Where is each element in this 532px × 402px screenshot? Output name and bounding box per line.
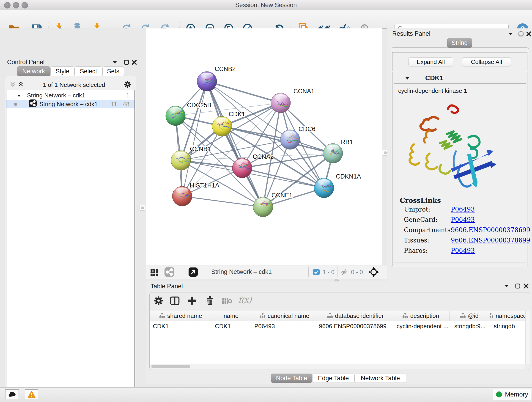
node-HIST1H1A[interactable] xyxy=(172,186,197,206)
column-header-label: database identifier xyxy=(335,313,384,319)
table-cell[interactable]: CDK1 xyxy=(212,321,250,331)
control-panel-menu-icon[interactable] xyxy=(112,61,117,65)
warnings-button[interactable] xyxy=(25,389,38,399)
crosslink-value-link[interactable]: 9606.ENSP00000378699 xyxy=(451,237,530,244)
table-horizontal-scrollbar-thumb[interactable] xyxy=(151,365,190,368)
grid-view-icon[interactable] xyxy=(150,268,159,277)
main-toolbar: ? xyxy=(0,10,532,29)
node-CCNB1[interactable] xyxy=(171,151,194,170)
control-panel-float-icon[interactable] xyxy=(124,60,129,66)
tab-sets[interactable]: Sets xyxy=(102,66,124,76)
network-collection-row[interactable]: String Network – cdk1 1 xyxy=(6,91,134,100)
edge-CCNB2-HIST1H1A[interactable] xyxy=(182,81,207,196)
network-column-icon xyxy=(260,313,265,319)
table-panel-float-icon[interactable] xyxy=(515,283,520,290)
left-splitter-handle[interactable] xyxy=(139,205,145,211)
selected-counts: 1 - 0 xyxy=(323,269,335,276)
collection-expand-icon[interactable] xyxy=(17,92,21,99)
tab-select[interactable]: Select xyxy=(75,66,102,76)
node-label-CCNA1: CCNA1 xyxy=(293,88,315,95)
column-header-database-identifier[interactable]: database identifier xyxy=(319,311,392,321)
node-CCNB2[interactable] xyxy=(197,71,219,91)
network-row-selected[interactable]: String Network – cdk1 11 48 xyxy=(6,100,134,108)
edge-HIST1H1A-CCNE1[interactable] xyxy=(182,196,263,207)
crosslink-value-link[interactable]: P06493 xyxy=(451,216,475,223)
delete-column-trash-icon[interactable] xyxy=(205,296,215,307)
tab-network-table[interactable]: Network Table xyxy=(355,374,406,383)
cdk1-section-collapse-icon[interactable] xyxy=(405,77,410,81)
table-row[interactable]: CDK1CDK1P064939606.ENSP00000378699cyclin… xyxy=(150,321,525,331)
application-window: Session: New Session xyxy=(0,0,532,402)
column-header-namespace[interactable]: namespace xyxy=(489,311,525,321)
show-columns-icon[interactable] xyxy=(170,296,180,306)
network-column-icon xyxy=(460,313,466,319)
collapse-all-icon[interactable] xyxy=(9,81,16,89)
table-cell[interactable]: stringdb:9... xyxy=(450,321,489,331)
column-header-name[interactable]: name xyxy=(212,311,250,321)
expand-all-button[interactable]: Expand All xyxy=(408,57,453,66)
crosslink-value-link[interactable]: P06493 xyxy=(451,206,475,213)
table-cell[interactable]: 9606.ENSP00000378699 xyxy=(319,321,392,331)
memory-button[interactable]: Memory xyxy=(493,389,531,400)
memory-status-icon xyxy=(496,391,502,398)
birdseye-view-icon[interactable] xyxy=(368,267,379,278)
results-panel-float-icon[interactable] xyxy=(518,31,524,38)
column-header-shared-name[interactable]: shared name xyxy=(150,311,212,321)
crosslink-value-link[interactable]: P06493 xyxy=(451,247,475,254)
table-vertical-scrollbar[interactable] xyxy=(525,311,530,364)
node-CDKN1A[interactable] xyxy=(314,178,335,198)
netbar-separator xyxy=(204,267,204,277)
hidden-counts: 0 - 0 xyxy=(351,269,363,276)
node-label-CDK1: CDK1 xyxy=(229,111,245,118)
table-horizontal-scrollbar[interactable] xyxy=(150,364,525,369)
netbar-separator xyxy=(366,267,366,277)
tab-network[interactable]: Network xyxy=(17,66,51,76)
tab-style[interactable]: Style xyxy=(51,66,75,76)
network-overview-icon[interactable] xyxy=(165,267,174,278)
node-RB1[interactable] xyxy=(323,143,346,163)
network-graph[interactable]: CCNB2CCNA1CDC25BCDK1CDC6RB1CCNB1CCNA2CDK… xyxy=(146,28,382,265)
tab-node-table[interactable]: Node Table xyxy=(271,374,312,383)
network-view-title: String Network – cdk1 xyxy=(211,268,272,275)
results-panel-menu-icon[interactable] xyxy=(508,32,513,37)
add-column-icon[interactable] xyxy=(187,296,196,306)
netbar-separator xyxy=(308,267,309,277)
column-header-label: shared name xyxy=(167,313,202,319)
node-CDC25B[interactable] xyxy=(166,106,189,126)
table-cell[interactable]: stringdb xyxy=(489,321,525,331)
column-header-canonical-name[interactable]: canonical name xyxy=(250,311,319,321)
edge-CCNB2-CCNA1[interactable] xyxy=(207,81,281,103)
node-CCNA2[interactable] xyxy=(232,158,252,178)
crosslink-value-link[interactable]: 9606.ENSP00000378699 xyxy=(451,226,530,234)
expand-all-icon[interactable] xyxy=(18,81,24,89)
detach-view-icon[interactable] xyxy=(188,267,198,278)
node-label-CCNA2: CCNA2 xyxy=(253,153,274,160)
collapse-all-button[interactable]: Collapse All xyxy=(462,57,511,66)
column-header-description[interactable]: description xyxy=(392,311,450,321)
cloud-button[interactable] xyxy=(5,389,19,399)
node-CDC6[interactable] xyxy=(280,130,300,149)
network-column-icon xyxy=(489,313,493,319)
network-canvas[interactable]: CCNB2CCNA1CDC25BCDK1CDC6RB1CCNB1CCNA2CDK… xyxy=(146,28,382,265)
crosslink-label: GeneCard: xyxy=(404,216,438,223)
table-settings-gear-icon[interactable] xyxy=(154,296,163,306)
results-panel-close-icon[interactable] xyxy=(526,31,532,38)
table-panel-close-icon[interactable] xyxy=(523,283,529,290)
node-label-CCNB2: CCNB2 xyxy=(215,65,236,72)
tab-string[interactable]: String xyxy=(447,38,472,48)
table-cell[interactable]: cyclin-dependent ... xyxy=(392,321,450,331)
hidden-eye-icon[interactable] xyxy=(341,268,349,277)
column-header--id[interactable]: @id xyxy=(450,311,489,321)
crosslink-row: Pharos:P06493 xyxy=(392,247,527,257)
selected-checkbox-icon[interactable] xyxy=(313,269,320,276)
table-cell[interactable]: CDK1 xyxy=(150,321,212,331)
tab-edge-table[interactable]: Edge Table xyxy=(312,374,355,383)
crosslinks-list: Uniprot:P06493GeneCard:P06493Compartment… xyxy=(392,206,527,257)
table-cell[interactable]: P06493 xyxy=(250,321,319,331)
network-label: String Network – cdk1 xyxy=(39,101,98,108)
network-options-gear-icon[interactable] xyxy=(124,81,131,89)
network-selection-bar: 1 of 1 Network selected xyxy=(6,80,134,89)
control-panel-close-icon[interactable] xyxy=(132,60,137,66)
network-node-count: 11 xyxy=(111,101,117,108)
table-panel-menu-icon[interactable] xyxy=(504,284,509,289)
